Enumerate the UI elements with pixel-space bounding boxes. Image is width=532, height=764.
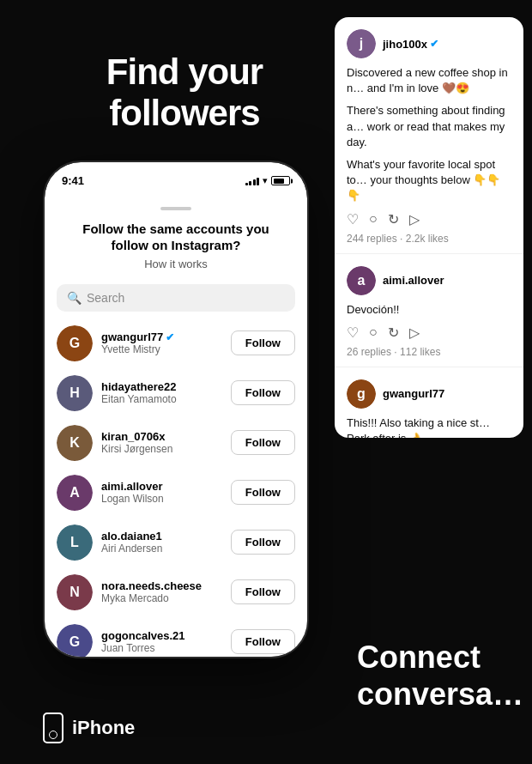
thread-actions-1: ♡ ○ ↻ ▷: [347, 211, 511, 227]
thread-avatar-1: j: [347, 29, 376, 58]
user-name: nora.needs.cheese: [101, 579, 222, 592]
user-real-name: Eitan Yamamoto: [101, 393, 222, 405]
thread-text-1c: What's your favorite local spot to… your…: [347, 157, 511, 204]
thread-avatar-2: a: [347, 266, 376, 295]
right-panel: j jiho100x ✔ Discovered a new coffee sho…: [335, 0, 532, 764]
follow-button[interactable]: Follow: [231, 579, 295, 604]
phone-time: 9:41: [62, 174, 84, 187]
user-info: gwangurl77✔ Yvette Mistry: [101, 330, 222, 355]
user-info: nora.needs.cheese Myka Mercado: [101, 579, 222, 604]
thread-user-row-3: g gwangurl77: [347, 379, 511, 409]
search-icon: 🔍: [67, 291, 82, 305]
share-icon[interactable]: ▷: [409, 211, 420, 227]
search-bar[interactable]: 🔍 Search: [57, 284, 295, 312]
user-item: H hidayathere22 Eitan Yamamoto Follow: [45, 368, 307, 418]
user-item: G gwangurl77✔ Yvette Mistry Follow: [45, 318, 307, 368]
user-real-name: Yvette Mistry: [101, 343, 222, 355]
signal-icon: [245, 177, 260, 185]
phone-header-title: Follow the same accounts youfollow on In…: [58, 221, 293, 254]
thread-post-2: a aimi.allover Devoción!! ♡ ○ ↻ ▷ 26 rep…: [335, 254, 523, 367]
phone-status-bar: 9:41 ▾: [45, 162, 307, 200]
user-item: N nora.needs.cheese Myka Mercado Follow: [45, 567, 307, 617]
user-name: kiran_0706x: [101, 430, 222, 443]
thread-stats-2: 26 replies · 112 likes: [347, 346, 511, 358]
user-info: aimi.allover Logan Wilson: [101, 480, 222, 505]
iphone-label-text: iPhone: [72, 717, 135, 739]
phone-header: Follow the same accounts youfollow on In…: [45, 210, 307, 277]
left-panel: Find your followers 9:41 ▾ Follow the sa…: [0, 0, 352, 764]
user-real-name: Kirsi Jørgensen: [101, 443, 222, 455]
iphone-icon: [43, 712, 63, 743]
user-real-name: Logan Wilson: [101, 493, 222, 505]
user-avatar: K: [57, 425, 93, 461]
user-list: G gwangurl77✔ Yvette Mistry Follow H hid…: [45, 318, 307, 657]
status-icons: ▾: [245, 175, 291, 186]
headline: Find your followers: [56, 52, 313, 135]
user-real-name: Airi Andersen: [101, 543, 222, 555]
user-real-name: Myka Mercado: [101, 592, 222, 604]
thread-text-1b: There's something about finding a… work …: [347, 103, 511, 150]
user-item: K kiran_0706x Kirsi Jørgensen Follow: [45, 418, 307, 468]
user-avatar: G: [57, 624, 93, 657]
user-avatar: A: [57, 475, 93, 511]
thread-user-row-1: j jiho100x ✔: [347, 29, 511, 58]
user-avatar: N: [57, 574, 93, 610]
follow-button[interactable]: Follow: [231, 330, 295, 355]
threads-card: j jiho100x ✔ Discovered a new coffee sho…: [335, 17, 523, 438]
phone-mockup: 9:41 ▾ Follow the same accounts youfollo…: [43, 161, 309, 658]
heart-icon-2[interactable]: ♡: [347, 324, 359, 341]
phone-content: Follow the same accounts youfollow on In…: [45, 200, 307, 657]
battery-icon: [271, 176, 290, 185]
iphone-label: iPhone: [43, 712, 135, 743]
connect-text: Connect conversa…: [357, 639, 523, 712]
thread-post-1: j jiho100x ✔ Discovered a new coffee sho…: [335, 17, 523, 254]
verified-badge: ✔: [166, 331, 174, 343]
user-info: kiran_0706x Kirsi Jørgensen: [101, 430, 222, 455]
user-name: gwangurl77✔: [101, 330, 222, 343]
thread-avatar-3: g: [347, 379, 376, 409]
thread-actions-2: ♡ ○ ↻ ▷: [347, 324, 511, 341]
share-icon-2[interactable]: ▷: [409, 324, 420, 341]
repost-icon-2[interactable]: ↻: [388, 324, 399, 341]
user-item: L alo.daiane1 Airi Andersen Follow: [45, 518, 307, 567]
follow-button[interactable]: Follow: [231, 430, 295, 455]
search-placeholder: Search: [87, 291, 124, 305]
comment-icon-2[interactable]: ○: [369, 324, 378, 340]
headline-line2: followers: [109, 93, 259, 133]
user-info: alo.daiane1 Airi Andersen: [101, 530, 222, 555]
thread-stats-1: 244 replies · 2.2k likes: [347, 233, 511, 245]
user-item: G gogoncalves.21 Juan Torres Follow: [45, 617, 307, 657]
phone-header-sub[interactable]: How it works: [58, 258, 293, 270]
thread-user-row-2: a aimi.allover: [347, 266, 511, 295]
user-avatar: L: [57, 524, 93, 561]
user-name: hidayathere22: [101, 380, 222, 393]
user-avatar: G: [57, 325, 93, 361]
user-item: A aimi.allover Logan Wilson Follow: [45, 468, 307, 518]
user-avatar: H: [57, 375, 93, 411]
thread-post-3: g gwangurl77 This!!! Also taking a nice …: [335, 367, 523, 438]
user-name: alo.daiane1: [101, 530, 222, 543]
headline-line1: Find your: [106, 52, 263, 92]
verified-icon-1: ✔: [430, 38, 438, 50]
follow-button[interactable]: Follow: [231, 380, 295, 405]
thread-text-2: Devoción!!: [347, 302, 511, 318]
user-name: gogoncalves.21: [101, 629, 222, 642]
user-info: hidayathere22 Eitan Yamamoto: [101, 380, 222, 405]
wifi-icon: ▾: [263, 175, 268, 186]
user-real-name: Juan Torres: [101, 642, 222, 654]
follow-button[interactable]: Follow: [231, 629, 295, 654]
thread-username-1: jiho100x ✔: [383, 38, 438, 51]
follow-button[interactable]: Follow: [231, 530, 295, 555]
thread-username-2: aimi.allover: [383, 274, 444, 287]
heart-icon[interactable]: ♡: [347, 211, 359, 227]
thread-username-3: gwangurl77: [383, 387, 444, 400]
thread-text-3: This!!! Also taking a nice st… Park afte…: [347, 415, 511, 438]
thread-text-1a: Discovered a new coffee shop in n… and I…: [347, 65, 511, 96]
user-info: gogoncalves.21 Juan Torres: [101, 629, 222, 654]
user-name: aimi.allover: [101, 480, 222, 493]
repost-icon[interactable]: ↻: [388, 211, 399, 227]
follow-button[interactable]: Follow: [231, 480, 295, 505]
comment-icon[interactable]: ○: [369, 211, 378, 227]
